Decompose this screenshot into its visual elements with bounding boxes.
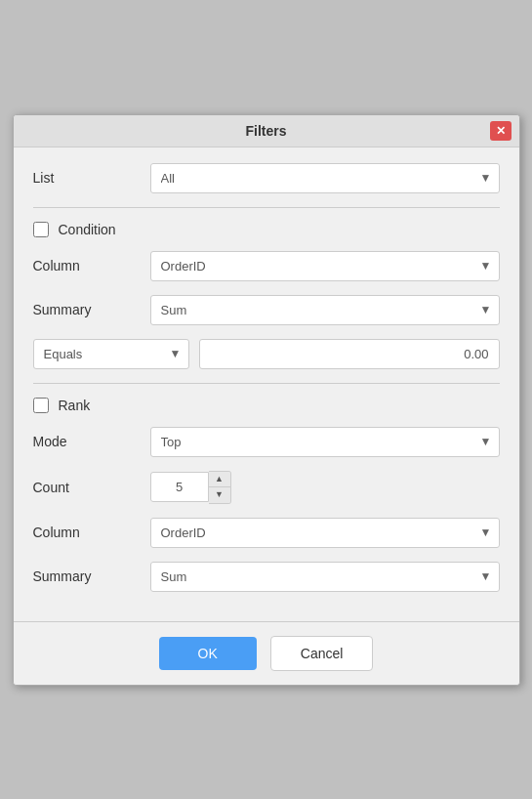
rank-count-input[interactable] (150, 472, 209, 502)
condition-column-label: Column (33, 258, 150, 273)
rank-checkbox[interactable] (33, 398, 49, 413)
operator-dropdown[interactable]: Equals Not Equals Greater Than Less Than (33, 339, 189, 369)
rank-summary-dropdown[interactable]: Sum Average Count Min Max (150, 562, 500, 592)
rank-mode-row: Mode Top Bottom ▼ (33, 427, 500, 457)
rank-count-down[interactable]: ▼ (209, 487, 230, 503)
dialog-footer: OK Cancel (14, 621, 519, 685)
condition-column-dropdown[interactable]: OrderID CustomerID ProductID (150, 251, 500, 281)
rank-mode-control: Top Bottom ▼ (150, 427, 500, 457)
ok-button[interactable]: OK (159, 637, 257, 670)
condition-section-header: Condition (33, 222, 500, 237)
rank-mode-dropdown[interactable]: Top Bottom (150, 427, 500, 457)
divider-1 (33, 207, 500, 208)
rank-count-row: Count ▲ ▼ (33, 471, 500, 504)
rank-summary-control: Sum Average Count Min Max ▼ (150, 562, 500, 592)
filters-dialog: Filters ✕ List All Selected Unselected ▼… (13, 114, 520, 686)
condition-value-input[interactable] (199, 339, 500, 369)
condition-summary-dropdown[interactable]: Sum Average Count Min Max (150, 295, 500, 325)
list-dropdown[interactable]: All Selected Unselected (150, 163, 500, 193)
list-row: List All Selected Unselected ▼ (33, 163, 500, 193)
dialog-body: List All Selected Unselected ▼ Condition… (14, 147, 519, 621)
rank-count-control: ▲ ▼ (150, 471, 231, 504)
condition-column-row: Column OrderID CustomerID ProductID ▼ (33, 251, 500, 281)
divider-2 (33, 383, 500, 384)
rank-column-row: Column OrderID CustomerID ProductID ▼ (33, 518, 500, 548)
condition-label: Condition (59, 222, 116, 237)
rank-count-spinner: ▲ ▼ (209, 471, 231, 504)
cancel-button[interactable]: Cancel (270, 636, 374, 671)
condition-summary-label: Summary (33, 302, 150, 317)
rank-section-header: Rank (33, 398, 500, 413)
condition-operator-row: Equals Not Equals Greater Than Less Than… (33, 339, 500, 369)
rank-column-control: OrderID CustomerID ProductID ▼ (150, 518, 500, 548)
rank-summary-label: Summary (33, 568, 150, 584)
close-button[interactable]: ✕ (490, 121, 512, 141)
condition-column-control: OrderID CustomerID ProductID ▼ (150, 251, 500, 281)
condition-checkbox[interactable] (33, 222, 49, 237)
list-control: All Selected Unselected ▼ (150, 163, 500, 193)
list-label: List (33, 170, 150, 186)
condition-summary-row: Summary Sum Average Count Min Max ▼ (33, 295, 500, 325)
rank-summary-row: Summary Sum Average Count Min Max ▼ (33, 562, 500, 592)
rank-count-up[interactable]: ▲ (209, 472, 230, 487)
rank-column-label: Column (33, 525, 150, 540)
operator-wrapper: Equals Not Equals Greater Than Less Than… (33, 339, 189, 369)
rank-mode-label: Mode (33, 434, 150, 449)
dialog-title: Filters (245, 123, 286, 139)
rank-column-dropdown[interactable]: OrderID CustomerID ProductID (150, 518, 500, 548)
condition-summary-control: Sum Average Count Min Max ▼ (150, 295, 500, 325)
rank-label: Rank (59, 398, 91, 413)
title-bar: Filters ✕ (14, 115, 519, 147)
rank-count-label: Count (33, 480, 150, 495)
